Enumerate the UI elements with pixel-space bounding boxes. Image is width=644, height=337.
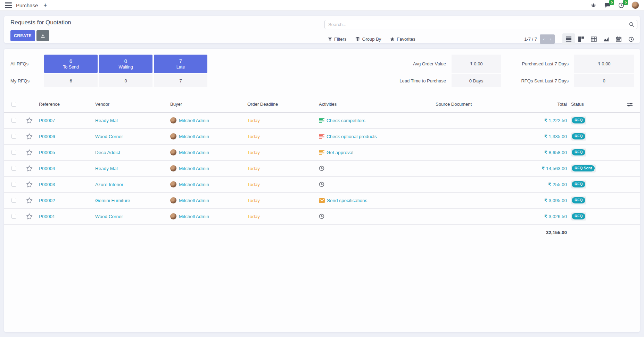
favorite-star-icon[interactable] — [26, 197, 33, 203]
order-deadline[interactable]: Today — [247, 198, 260, 203]
group-by-button[interactable]: Group By — [355, 37, 381, 42]
search-icon[interactable] — [629, 22, 634, 29]
buyer-cell[interactable]: Mitchell Admin — [170, 133, 247, 139]
vendor-link[interactable]: Azure Interior — [95, 182, 123, 187]
buyer-cell[interactable]: Mitchell Admin — [170, 213, 247, 219]
rfq-row[interactable]: P00001Wood CornerMitchell AdminToday₹ 3,… — [4, 208, 640, 224]
kanban-view-button[interactable] — [575, 33, 587, 45]
vendor-link[interactable]: Wood Corner — [95, 134, 123, 139]
rfq-row[interactable]: P00002Gemini FurnitureMitchell AdminToda… — [4, 192, 640, 208]
column-header-status[interactable]: Status — [571, 96, 620, 112]
calendar-view-button[interactable] — [612, 33, 625, 45]
column-header-total[interactable]: Total — [505, 96, 571, 112]
rfq-row[interactable]: P00006Wood CornerMitchell AdminTodayChec… — [4, 128, 640, 144]
order-deadline[interactable]: Today — [247, 118, 260, 123]
status-badge-text: RFQ — [572, 117, 585, 123]
order-deadline[interactable]: Today — [247, 134, 260, 139]
total-amount: ₹ 1,222.50 — [544, 118, 567, 123]
row-checkbox[interactable] — [11, 118, 16, 123]
plus-icon[interactable]: + — [43, 2, 47, 8]
column-header-buyer[interactable]: Buyer — [170, 96, 247, 112]
buyer-cell[interactable]: Mitchell Admin — [170, 181, 247, 187]
reference-link[interactable]: P00002 — [39, 198, 55, 203]
rfq-row[interactable]: P00003Azure InteriorMitchell AdminToday₹… — [4, 176, 640, 192]
activities-clock-icon[interactable]: 5 — [618, 2, 625, 9]
graph-view-button[interactable] — [600, 33, 612, 45]
row-checkbox[interactable] — [11, 214, 16, 219]
create-button[interactable]: CREATE — [10, 30, 35, 41]
filters-button[interactable]: Filters — [328, 37, 346, 42]
rfq-row[interactable]: P00005Deco AddictMitchell AdminTodayGet … — [4, 144, 640, 160]
user-avatar[interactable] — [631, 1, 639, 9]
favorite-star-icon[interactable] — [26, 133, 33, 139]
buyer-cell[interactable]: Mitchell Admin — [170, 165, 247, 171]
all-to-send-button[interactable]: 6 To Send — [44, 55, 98, 73]
source-document-cell — [436, 112, 505, 128]
column-header-reference[interactable]: Reference — [39, 96, 95, 112]
activity-label: Check optional products — [327, 134, 377, 139]
messages-icon[interactable]: 5 — [604, 2, 611, 9]
list-view-button[interactable] — [562, 33, 575, 45]
export-button[interactable] — [36, 30, 49, 41]
row-checkbox[interactable] — [11, 182, 16, 187]
my-late-cell[interactable]: 7 — [154, 74, 207, 87]
rfq-row[interactable]: P00004Ready MatMitchell AdminToday₹ 14,5… — [4, 160, 640, 176]
select-all-checkbox[interactable] — [11, 102, 16, 107]
column-header-vendor[interactable]: Vendor — [95, 96, 170, 112]
reference-link[interactable]: P00006 — [39, 134, 55, 139]
activity-cell[interactable]: Check optional products — [319, 134, 436, 139]
favorites-button[interactable]: Favorites — [390, 37, 415, 42]
activity-cell[interactable] — [319, 182, 436, 187]
reference-link[interactable]: P00005 — [39, 150, 55, 155]
activity-cell[interactable]: Check competitors — [319, 118, 436, 123]
order-deadline[interactable]: Today — [247, 214, 260, 219]
column-header-deadline[interactable]: Order Deadline — [247, 96, 319, 112]
app-title[interactable]: Purchase — [16, 2, 38, 8]
apps-menu-icon[interactable] — [5, 2, 12, 8]
order-deadline[interactable]: Today — [247, 150, 260, 155]
buyer-cell[interactable]: Mitchell Admin — [170, 149, 247, 155]
vendor-link[interactable]: Wood Corner — [95, 214, 123, 219]
favorite-star-icon[interactable] — [26, 117, 33, 123]
row-checkbox[interactable] — [11, 150, 16, 155]
vendor-link[interactable]: Ready Mat — [95, 166, 118, 171]
activity-cell[interactable] — [319, 166, 436, 171]
column-header-source[interactable]: Source Document — [436, 96, 505, 112]
favorite-star-icon[interactable] — [26, 181, 33, 187]
all-waiting-button[interactable]: 0 Waiting — [99, 55, 152, 73]
vendor-link[interactable]: Gemini Furniture — [95, 198, 130, 203]
row-checkbox[interactable] — [11, 134, 16, 139]
optional-columns-button[interactable] — [620, 96, 640, 112]
vendor-link[interactable]: Deco Addict — [95, 150, 120, 155]
buyer-cell[interactable]: Mitchell Admin — [170, 117, 247, 123]
row-checkbox[interactable] — [11, 198, 16, 203]
status-badge-text: RFQ — [572, 149, 585, 155]
activity-cell[interactable] — [319, 214, 436, 219]
my-waiting-cell[interactable]: 0 — [99, 74, 152, 87]
all-late-button[interactable]: 7 Late — [154, 55, 207, 73]
pivot-view-button[interactable] — [587, 33, 600, 45]
favorite-star-icon[interactable] — [26, 165, 33, 171]
search-input[interactable] — [324, 20, 637, 29]
column-header-activities[interactable]: Activities — [319, 96, 436, 112]
favorite-star-icon[interactable] — [26, 213, 33, 219]
favorite-star-icon[interactable] — [26, 149, 33, 155]
row-checkbox[interactable] — [11, 166, 16, 171]
order-deadline[interactable]: Today — [247, 166, 260, 171]
activity-cell[interactable]: Send specifications — [319, 198, 436, 203]
activity-tasks-icon — [319, 134, 324, 139]
rfq-row[interactable]: P00007Ready MatMitchell AdminTodayCheck … — [4, 112, 640, 128]
reference-link[interactable]: P00001 — [39, 214, 55, 219]
reference-link[interactable]: P00003 — [39, 182, 55, 187]
debug-bug-icon[interactable] — [590, 2, 597, 9]
order-deadline[interactable]: Today — [247, 182, 260, 187]
activity-view-button[interactable] — [625, 33, 637, 45]
pager-next-button[interactable]: › — [546, 34, 555, 44]
activity-cell[interactable]: Get approval — [319, 150, 436, 155]
all-late-count: 7 — [179, 58, 182, 64]
reference-link[interactable]: P00004 — [39, 166, 55, 171]
buyer-cell[interactable]: Mitchell Admin — [170, 197, 247, 203]
reference-link[interactable]: P00007 — [39, 118, 55, 123]
my-to-send-cell[interactable]: 6 — [44, 74, 98, 87]
vendor-link[interactable]: Ready Mat — [95, 118, 118, 123]
